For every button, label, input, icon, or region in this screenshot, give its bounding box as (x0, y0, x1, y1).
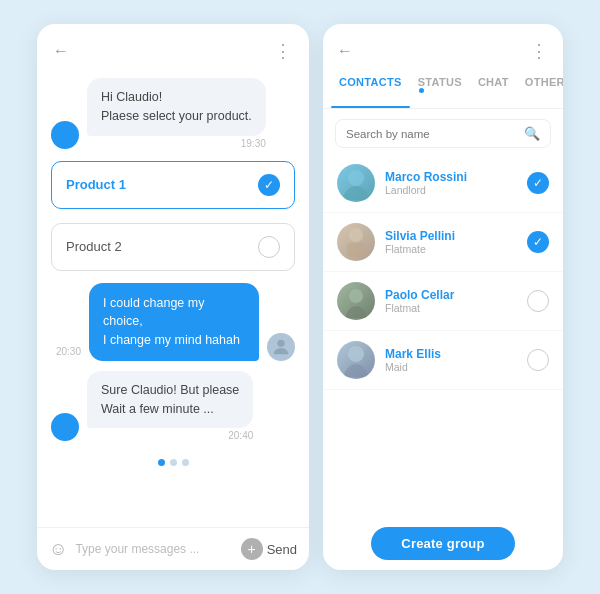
bot-message-1: Hi Claudio! Plaese select your product. … (51, 78, 295, 149)
contact-avatar-marco (337, 164, 375, 202)
dot-3 (182, 459, 189, 466)
right-header: ← ⋮ (323, 24, 563, 68)
status-dot (419, 88, 424, 93)
back-button[interactable]: ← (53, 42, 69, 60)
contact-row-paolo[interactable]: Paolo Cellar Flatmat (323, 272, 563, 331)
contact-avatar-mark (337, 341, 375, 379)
contact-row-mark[interactable]: Mark Ellis Maid (323, 331, 563, 390)
bot-avatar (51, 121, 79, 149)
contact-avatar-silvia (337, 223, 375, 261)
product2-label: Product 2 (66, 239, 122, 254)
tab-contacts[interactable]: CONTACTS (331, 68, 410, 108)
contact-role-mark: Maid (385, 361, 517, 373)
left-header: ← ⋮ (37, 24, 309, 70)
contact-check-mark[interactable] (527, 349, 549, 371)
search-bar: 🔍 (335, 119, 551, 148)
message-time-1: 19:30 (87, 138, 266, 149)
create-group-bar: Create group (323, 517, 563, 570)
bot-bubble-2: Sure Claudio! But please Wait a few minu… (87, 371, 253, 429)
more-button[interactable]: ⋮ (274, 40, 293, 62)
tab-chat[interactable]: CHAT (470, 68, 517, 108)
contact-row-silvia[interactable]: Silvia Pellini Flatmate (323, 213, 563, 272)
svg-point-0 (277, 339, 284, 346)
user-avatar (267, 333, 295, 361)
product2-option[interactable]: Product 2 (51, 223, 295, 271)
product1-check-icon (258, 174, 280, 196)
bot-avatar-2 (51, 413, 79, 441)
tab-status[interactable]: STATUS (410, 68, 470, 108)
product1-option[interactable]: Product 1 (51, 161, 295, 209)
chat-input-bar: ☺ Type your messages ... + Send (37, 527, 309, 570)
contact-check-silvia[interactable] (527, 231, 549, 253)
tabs-row: CONTACTS STATUS CHAT OTHERS (323, 68, 563, 109)
bot-bubble-1: Hi Claudio! Plaese select your product. (87, 78, 266, 136)
contact-role-paolo: Flatmat (385, 302, 517, 314)
contact-name-silvia: Silvia Pellini (385, 229, 517, 243)
right-back-button[interactable]: ← (337, 42, 353, 60)
search-input[interactable] (346, 128, 524, 140)
dot-1 (158, 459, 165, 466)
contact-role-silvia: Flatmate (385, 243, 517, 255)
contact-row-marco[interactable]: Marco Rossini Landlord (323, 154, 563, 213)
contact-info-silvia: Silvia Pellini Flatmate (385, 229, 517, 255)
contact-avatar-paolo (337, 282, 375, 320)
bot-reply-time: 20:40 (87, 430, 253, 441)
svg-point-1 (348, 170, 364, 186)
contacts-list: Marco Rossini Landlord Silvia Pellini Fl… (323, 154, 563, 517)
contact-info-mark: Mark Ellis Maid (385, 347, 517, 373)
send-label: Send (267, 542, 297, 557)
svg-rect-3 (347, 243, 365, 257)
create-group-button[interactable]: Create group (371, 527, 514, 560)
contacts-panel: ← ⋮ CONTACTS STATUS CHAT OTHERS 🔍 (323, 24, 563, 570)
bot-reply-row: Sure Claudio! But please Wait a few minu… (51, 371, 295, 442)
dot-2 (170, 459, 177, 466)
user-message-row: 20:30 I could change my choice, I change… (51, 283, 295, 361)
product1-label: Product 1 (66, 177, 126, 192)
chat-panel: ← ⋮ Hi Claudio! Plaese select your produ… (37, 24, 309, 570)
contact-check-paolo[interactable] (527, 290, 549, 312)
chat-body: Hi Claudio! Plaese select your product. … (37, 70, 309, 527)
svg-point-4 (349, 289, 363, 303)
tab-others[interactable]: OTHERS (517, 68, 563, 108)
typing-indicator (51, 451, 295, 474)
message-input[interactable]: Type your messages ... (75, 542, 232, 556)
contact-role-marco: Landlord (385, 184, 517, 196)
contact-info-marco: Marco Rossini Landlord (385, 170, 517, 196)
contact-info-paolo: Paolo Cellar Flatmat (385, 288, 517, 314)
contact-check-marco[interactable] (527, 172, 549, 194)
user-message-time: 20:30 (56, 346, 81, 357)
search-icon: 🔍 (524, 126, 540, 141)
send-plus-icon: + (241, 538, 263, 560)
contact-name-marco: Marco Rossini (385, 170, 517, 184)
send-button[interactable]: + Send (241, 538, 297, 560)
contact-name-paolo: Paolo Cellar (385, 288, 517, 302)
svg-point-2 (349, 228, 363, 242)
right-more-button[interactable]: ⋮ (530, 40, 549, 62)
svg-point-5 (348, 346, 364, 362)
contact-name-mark: Mark Ellis (385, 347, 517, 361)
emoji-button[interactable]: ☺ (49, 539, 67, 560)
user-bubble: I could change my choice, I change my mi… (89, 283, 259, 361)
product2-check-icon (258, 236, 280, 258)
